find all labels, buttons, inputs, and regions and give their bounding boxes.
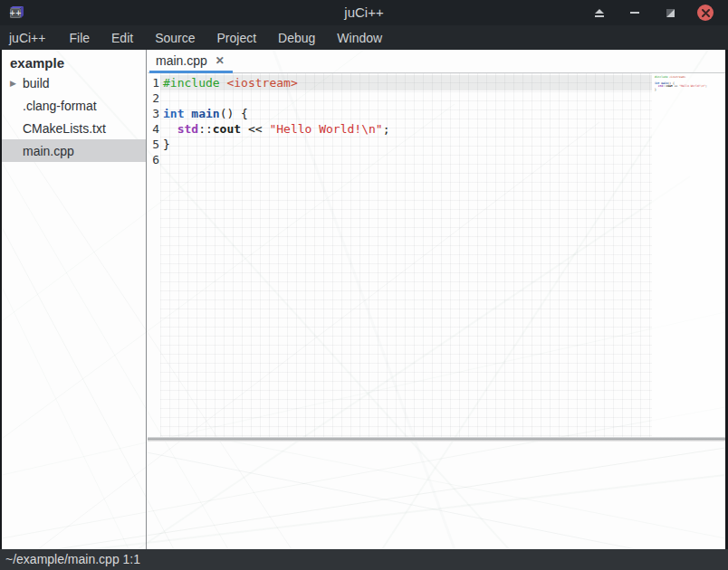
line-number: 3 bbox=[148, 106, 159, 121]
menu-source[interactable]: Source bbox=[155, 27, 206, 49]
code-token bbox=[163, 122, 177, 136]
line-number: 1 bbox=[148, 75, 159, 90]
code-token: } bbox=[655, 88, 656, 91]
tree-item-label: build bbox=[2, 76, 50, 90]
menu-debug[interactable]: Debug bbox=[278, 27, 326, 49]
tree-item-build[interactable]: ▶build bbox=[2, 71, 146, 94]
tree-root-folder[interactable]: example bbox=[2, 50, 146, 71]
line-number: 6 bbox=[148, 152, 159, 167]
minimize-button[interactable] bbox=[623, 3, 647, 23]
rollup-button[interactable] bbox=[588, 3, 611, 23]
status-file-position: ~/example/main.cpp 1:1 bbox=[5, 552, 140, 566]
code-token: :: bbox=[198, 122, 213, 136]
close-button[interactable] bbox=[694, 3, 717, 23]
code-line-5[interactable]: } bbox=[160, 137, 652, 152]
line-number: 5 bbox=[148, 137, 159, 152]
line-number: 2 bbox=[148, 90, 159, 106]
code-token: #include bbox=[163, 76, 220, 90]
code-token: main bbox=[191, 107, 219, 120]
tree-item-label: main.cpp bbox=[2, 144, 74, 158]
expander-arrow-icon[interactable]: ▶ bbox=[10, 79, 19, 88]
code-token: std bbox=[177, 122, 198, 136]
tab-close-icon[interactable]: ✕ bbox=[216, 55, 225, 66]
tree-item--clang-format[interactable]: .clang-format bbox=[2, 94, 146, 117]
maximize-button[interactable] bbox=[658, 3, 682, 23]
menu-juci-[interactable]: juCi++ bbox=[9, 27, 56, 49]
editor-pane: main.cpp ✕ 123456 #include <iostream>int… bbox=[148, 50, 725, 549]
project-tree: example ▶build.clang-formatCMakeLists.tx… bbox=[2, 50, 147, 549]
code-token: () { bbox=[220, 107, 248, 120]
code-token: cout bbox=[666, 84, 673, 88]
tree-item-label: .clang-format bbox=[2, 99, 97, 113]
code-line-3[interactable]: int main() { bbox=[160, 106, 652, 121]
content-area: example ▶build.clang-formatCMakeLists.tx… bbox=[0, 50, 728, 549]
menu-window[interactable]: Window bbox=[337, 27, 393, 49]
code-token: "Hello World!\n" bbox=[679, 84, 705, 88]
minimize-icon bbox=[630, 8, 639, 17]
menu-file[interactable]: File bbox=[69, 27, 101, 49]
code-token: << bbox=[241, 122, 269, 136]
code-token: cout bbox=[213, 122, 241, 136]
status-bar: ~/example/main.cpp 1:1 bbox=[0, 549, 728, 570]
menu-project[interactable]: Project bbox=[217, 27, 268, 49]
restore-icon bbox=[666, 8, 675, 18]
menu-bar: juCi++FileEditSourceProjectDebugWindow bbox=[0, 25, 728, 50]
tab-label: main.cpp bbox=[156, 53, 207, 68]
tab-main-cpp[interactable]: main.cpp ✕ bbox=[149, 50, 233, 73]
line-number: 4 bbox=[148, 121, 159, 137]
minimap-line bbox=[655, 91, 725, 94]
menu-edit[interactable]: Edit bbox=[111, 27, 144, 49]
juci-window: ++ juCi++ bbox=[0, 0, 728, 570]
code-line-4[interactable]: std::cout << "Hello World!\n"; bbox=[160, 121, 652, 137]
code-token: } bbox=[163, 138, 170, 151]
terminal-output-panel[interactable] bbox=[148, 442, 725, 549]
code-token: ; bbox=[383, 122, 390, 136]
code-line-1[interactable]: #include <iostream> bbox=[160, 75, 652, 90]
code-token: int bbox=[163, 107, 184, 120]
code-area[interactable]: #include <iostream>int main() { std::cou… bbox=[160, 73, 652, 437]
title-bar: ++ juCi++ bbox=[0, 0, 728, 25]
code-line-6[interactable] bbox=[160, 152, 652, 167]
source-editor[interactable]: 123456 #include <iostream>int main() { s… bbox=[148, 73, 725, 437]
code-token: <iostream> bbox=[226, 76, 297, 90]
tree-item-main-cpp[interactable]: main.cpp bbox=[2, 139, 146, 162]
source-minimap[interactable]: #include <iostream>int main() { std::cou… bbox=[652, 73, 725, 437]
eject-icon bbox=[594, 8, 605, 18]
code-token: #include bbox=[655, 75, 667, 79]
tab-bar: main.cpp ✕ bbox=[148, 50, 725, 73]
line-number-gutter: 123456 bbox=[148, 75, 159, 167]
code-token: "Hello World!\n" bbox=[269, 122, 382, 136]
tree-item-label: CMakeLists.txt bbox=[2, 121, 106, 136]
tree-item-cmakelists-txt[interactable]: CMakeLists.txt bbox=[2, 117, 146, 139]
close-icon bbox=[697, 5, 714, 21]
code-line-2[interactable] bbox=[160, 90, 652, 106]
window-controls bbox=[588, 0, 717, 25]
code-token: <iostream> bbox=[669, 75, 685, 79]
code-token: ; bbox=[705, 84, 707, 88]
